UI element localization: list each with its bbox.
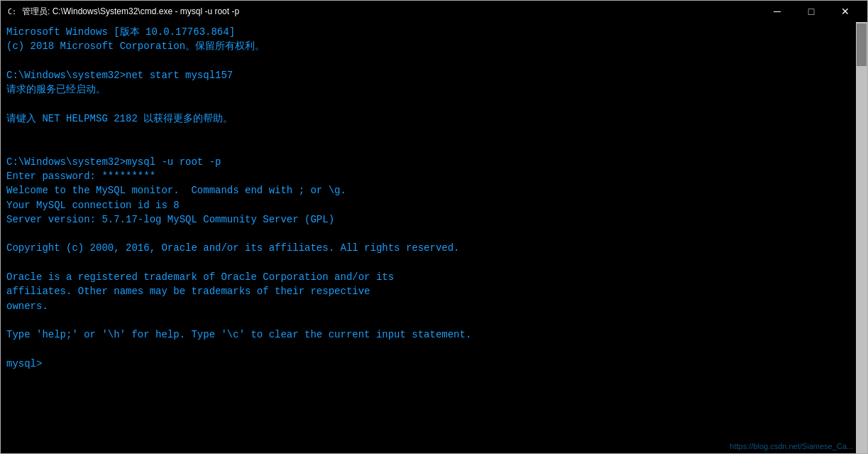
window-title: 管理员: C:\Windows\System32\cmd.exe - mysql…	[22, 6, 761, 18]
cmd-icon: C:	[6, 6, 18, 17]
scrollbar-thumb[interactable]	[857, 23, 867, 66]
close-button[interactable]: ✕	[829, 1, 862, 22]
cmd-window: C: 管理员: C:\Windows\System32\cmd.exe - my…	[0, 0, 868, 454]
window-controls: ─ □ ✕	[761, 1, 862, 22]
scrollbar[interactable]	[856, 22, 867, 453]
title-bar: C: 管理员: C:\Windows\System32\cmd.exe - my…	[1, 1, 867, 22]
svg-text:C:: C:	[8, 8, 16, 16]
console-output: Microsoft Windows [版本 10.0.17763.864] (c…	[6, 25, 862, 371]
minimize-button[interactable]: ─	[761, 1, 793, 22]
maximize-button[interactable]: □	[795, 1, 828, 22]
console-area[interactable]: Microsoft Windows [版本 10.0.17763.864] (c…	[1, 22, 867, 453]
watermark: https://blog.csdn.net/Siamese_Ca...	[730, 442, 853, 450]
